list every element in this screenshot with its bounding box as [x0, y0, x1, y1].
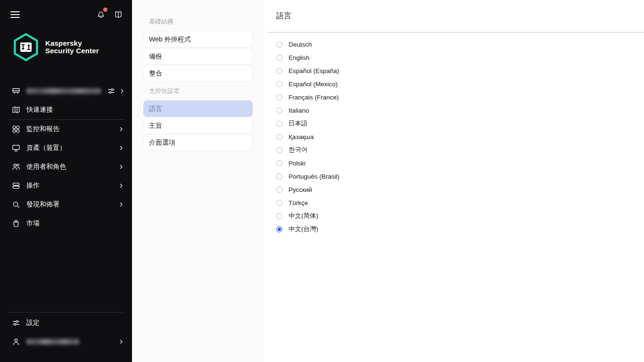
language-option[interactable]: Polski [276, 156, 644, 170]
sidebar-item-label: 資產（裝置） [26, 144, 66, 152]
radio-unselected-icon[interactable] [276, 200, 282, 206]
menu-item-label: 主旨 [149, 122, 162, 130]
sliders-icon [12, 319, 20, 327]
chevron-icon [118, 201, 124, 208]
sidebar-item-label: 市場 [26, 219, 40, 228]
radio-unselected-icon[interactable] [276, 81, 282, 87]
language-option[interactable]: Italiano [276, 104, 644, 117]
chevron-icon [118, 338, 124, 345]
language-option[interactable]: Русский [276, 183, 644, 196]
bag-icon [12, 219, 20, 228]
language-option[interactable]: Português (Brasil) [276, 170, 644, 183]
search-icon [12, 200, 20, 209]
menu-item-backup[interactable]: 備份 [143, 48, 253, 65]
sidebar-item-label: 發現和佈署 [26, 200, 59, 209]
radio-selected-icon[interactable] [276, 226, 282, 232]
language-option-label: Қазақша [289, 133, 314, 140]
kaspersky-hexagon-icon [13, 33, 39, 61]
settings-menu-panel: 基礎結構Web 外掛程式備份整合主控台設定語言主旨介面選項 [132, 0, 264, 362]
book-icon [114, 10, 123, 19]
app-window: Kaspersky Security Center 快速連接監控和報告資產（裝置… [0, 0, 644, 362]
radio-unselected-icon[interactable] [276, 94, 282, 100]
sidebar-item-monitoring-reports[interactable]: 監控和報告 [0, 120, 132, 139]
sidebar-topbar [0, 0, 132, 29]
sidebar-item-quick-connections[interactable]: 快速連接 [0, 100, 132, 119]
language-option[interactable]: Қазақша [276, 130, 644, 143]
chevron-icon [118, 126, 124, 132]
sidebar-item-administration-server[interactable] [0, 82, 132, 100]
language-option[interactable]: Deutsch [276, 38, 644, 51]
sidebar-item-assets-devices[interactable]: 資產（裝置） [0, 139, 132, 157]
language-option[interactable]: English [276, 51, 644, 64]
title-divider [268, 32, 644, 33]
radio-unselected-icon[interactable] [276, 173, 282, 180]
person-icon [12, 337, 20, 346]
language-option[interactable]: 日本語 [276, 117, 644, 130]
sidebar-item-discovery-deployment[interactable]: 發現和佈署 [0, 195, 132, 214]
language-option[interactable]: Türkçe [276, 196, 644, 209]
radio-unselected-icon[interactable] [276, 160, 282, 166]
language-option[interactable]: Español (España) [276, 64, 644, 77]
menu-item-label: 語言 [149, 105, 162, 113]
language-option[interactable]: Español (Mexico) [276, 77, 644, 90]
redacted-user-account-text [26, 339, 79, 345]
radio-unselected-icon[interactable] [276, 147, 282, 153]
stack-icon [12, 181, 20, 190]
language-option-label: Português (Brasil) [289, 173, 339, 180]
radio-unselected-icon[interactable] [276, 213, 282, 219]
radio-unselected-icon[interactable] [276, 187, 282, 193]
menu-item-label: 整合 [149, 69, 162, 78]
radio-unselected-icon[interactable] [276, 134, 282, 140]
language-option-label: Italiano [289, 107, 309, 114]
monitor-icon [12, 144, 20, 152]
sidebar-item-label: 設定 [26, 319, 40, 327]
language-option-label: Русский [289, 186, 312, 193]
brand-line2: Security Center [45, 47, 99, 55]
radio-unselected-icon[interactable] [276, 68, 282, 74]
menu-section: 主控台設定語言主旨介面選項 [143, 87, 253, 151]
language-option[interactable]: 中文(台灣) [276, 222, 644, 236]
sidebar-item-label: 操作 [26, 181, 40, 190]
notifications-button[interactable] [96, 9, 106, 20]
language-option[interactable]: 한국어 [276, 143, 644, 156]
sidebar-item-label: 快速連接 [26, 106, 53, 114]
menu-section: 基礎結構Web 外掛程式備份整合 [143, 18, 253, 82]
dashboard-icon [12, 125, 20, 133]
chevron-icon [118, 182, 124, 189]
map-icon [12, 106, 20, 114]
help-button[interactable] [113, 9, 124, 20]
sidebar-bottom: 設定 [0, 312, 132, 362]
language-option-label: Deutsch [289, 41, 312, 48]
language-option[interactable]: Français (France) [276, 90, 644, 104]
language-option-label: 中文(简体) [289, 212, 318, 220]
brand-logo: Kaspersky Security Center [0, 29, 132, 82]
sidebar-item-label: 監控和報告 [26, 125, 59, 133]
menu-button[interactable] [10, 11, 20, 18]
menu-item-theme[interactable]: 主旨 [143, 117, 253, 134]
language-option-label: Español (España) [289, 67, 339, 74]
menu-item-web-plugins[interactable]: Web 外掛程式 [143, 31, 253, 48]
radio-unselected-icon[interactable] [276, 55, 282, 61]
radio-unselected-icon[interactable] [276, 121, 282, 127]
menu-item-language[interactable]: 語言 [143, 100, 253, 117]
menu-section-header: 基礎結構 [143, 18, 253, 31]
sidebar-item-users-roles[interactable]: 使用者和角色 [0, 157, 132, 176]
page-title: 語言 [276, 12, 644, 20]
sidebar-item-operations[interactable]: 操作 [0, 176, 132, 195]
sidebar-nav: 快速連接監控和報告資產（裝置）使用者和角色操作發現和佈署市場 [0, 82, 132, 233]
language-option[interactable]: 中文(简体) [276, 209, 644, 222]
sidebar-item-settings[interactable]: 設定 [0, 313, 132, 332]
sliders-icon [107, 87, 116, 95]
menu-item-interface-options[interactable]: 介面選項 [143, 134, 253, 151]
sidebar-item-marketplace[interactable]: 市場 [0, 214, 132, 233]
menu-item-integration[interactable]: 整合 [143, 65, 253, 82]
radio-unselected-icon[interactable] [276, 107, 282, 114]
menu-item-label: Web 外掛程式 [149, 35, 190, 44]
language-option-label: Español (Mexico) [289, 81, 338, 88]
sidebar-item-user-account[interactable] [0, 332, 132, 351]
radio-unselected-icon[interactable] [276, 41, 282, 48]
language-option-label: English [289, 54, 309, 61]
users-icon [12, 163, 20, 171]
sidebar-bottom-divider [8, 312, 124, 313]
redacted-administration-server-text [26, 88, 101, 94]
